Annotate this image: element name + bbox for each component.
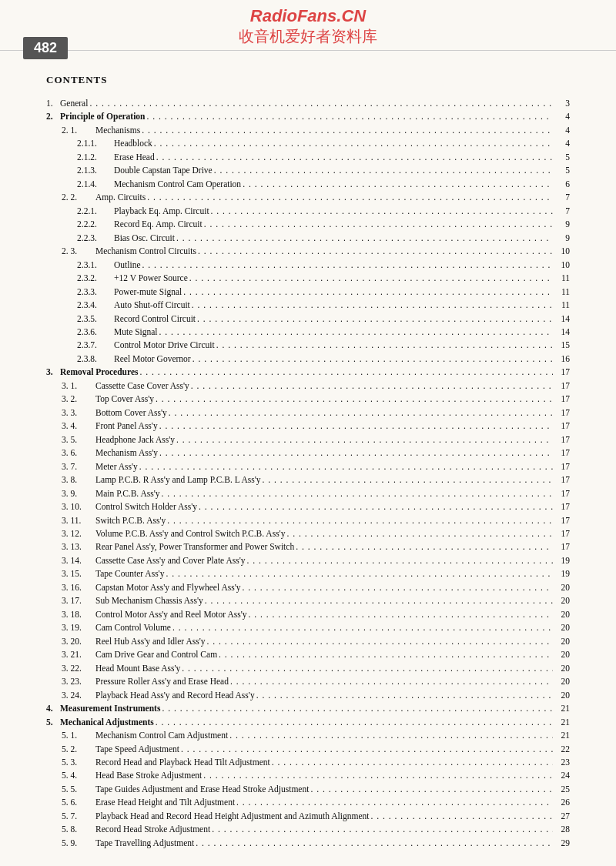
toc-page: 14 xyxy=(553,326,570,339)
toc-num: 3. 15. xyxy=(62,567,95,580)
toc-dots: . . . . . . . . . . . . . . . . . . . . … xyxy=(213,164,553,177)
toc-label: Capstan Motor Ass'y and Flywheel Ass'y xyxy=(95,581,240,594)
toc-dots: . . . . . . . . . . . . . . . . . . . . … xyxy=(189,380,553,393)
toc-dots: . . . . . . . . . . . . . . . . . . . . … xyxy=(88,97,553,110)
toc-entry: 2.3.1.Outline . . . . . . . . . . . . . … xyxy=(46,259,570,272)
toc-dots: . . . . . . . . . . . . . . . . . . . . … xyxy=(194,837,553,850)
toc-num: 3. 7. xyxy=(62,460,95,473)
toc-label: Volume P.C.B. Ass'y and Control Switch P… xyxy=(95,527,285,540)
toc-dots: . . . . . . . . . . . . . . . . . . . . … xyxy=(246,554,553,567)
toc-dots: . . . . . . . . . . . . . . . . . . . . … xyxy=(197,500,553,513)
toc-entry: 4.Measurement Instruments . . . . . . . … xyxy=(46,702,570,715)
toc-dots: . . . . . . . . . . . . . . . . . . . . … xyxy=(182,286,553,299)
toc-entry: 3. 15.Tape Counter Ass'y . . . . . . . .… xyxy=(46,567,570,580)
toc-num: 5. 4. xyxy=(62,769,95,782)
toc-entry: 3. 10.Control Switch Holder Ass'y . . . … xyxy=(46,500,570,513)
toc-dots: . . . . . . . . . . . . . . . . . . . . … xyxy=(210,823,553,836)
toc-page: 29 xyxy=(553,837,570,850)
toc-num: 3. 13. xyxy=(62,540,95,553)
toc-num: 3. 19. xyxy=(62,621,95,634)
toc-page: 17 xyxy=(553,406,570,420)
toc-dots: . . . . . . . . . . . . . . . . . . . . … xyxy=(152,137,553,150)
toc-page: 28 xyxy=(553,823,570,836)
toc-label: Mechanisms xyxy=(95,124,140,137)
toc-entry: 5.Mechanical Adjustments . . . . . . . .… xyxy=(46,716,570,729)
toc-label: Mechanism Control Cam Operation xyxy=(114,178,241,191)
toc-label: Power-mute Signal xyxy=(114,286,182,299)
toc-num: 3. 11. xyxy=(62,514,95,527)
toc-dots: . . . . . . . . . . . . . . . . . . . . … xyxy=(235,796,553,809)
toc-entry: 5. 1.Mechanism Control Cam Adjustment . … xyxy=(46,729,570,742)
toc-page: 11 xyxy=(553,272,570,285)
toc-entry: 3. 8.Lamp P.C.B. R Ass'y and Lamp P.C.B.… xyxy=(46,473,570,486)
toc-entry: 2.1.3.Double Capstan Tape Drive . . . . … xyxy=(46,164,570,177)
toc-page: 10 xyxy=(553,245,570,258)
toc-dots: . . . . . . . . . . . . . . . . . . . . … xyxy=(146,110,553,123)
toc-label: Tape Travelling Adjustment xyxy=(95,837,194,850)
toc-entry: 3. 19.Cam Control Volume . . . . . . . .… xyxy=(46,621,570,634)
toc-num: 2.2.3. xyxy=(77,232,114,245)
toc-page: 20 xyxy=(553,689,570,702)
toc-label: Pressure Roller Ass'y and Erase Head xyxy=(95,675,229,688)
toc-page: 20 xyxy=(553,635,570,648)
header: RadioFans.CN 收音机爱好者资料库 xyxy=(0,0,616,51)
toc-page: 20 xyxy=(553,662,570,675)
toc-dots: . . . . . . . . . . . . . . . . . . . . … xyxy=(160,487,553,500)
toc-num: 5. 6. xyxy=(62,796,95,809)
toc-page: 20 xyxy=(553,675,570,688)
toc-dots: . . . . . . . . . . . . . . . . . . . . … xyxy=(209,205,553,218)
toc-entry: 2.2.1.Playback Eq. Amp. Circuit . . . . … xyxy=(46,205,570,218)
toc-num: 3. 8. xyxy=(62,473,95,486)
toc-dots: . . . . . . . . . . . . . . . . . . . . … xyxy=(166,514,553,527)
toc-label: +12 V Power Source xyxy=(114,272,188,285)
toc-page: 4 xyxy=(553,124,570,137)
toc-entry: 3. 20.Reel Hub Ass'y and Idler Ass'y . .… xyxy=(46,635,570,648)
toc-dots: . . . . . . . . . . . . . . . . . . . . … xyxy=(167,406,553,420)
toc-page: 20 xyxy=(553,594,570,607)
toc-page: 10 xyxy=(553,259,570,272)
toc-num: 2.3.7. xyxy=(77,339,114,352)
toc-page: 4 xyxy=(553,137,570,150)
toc-page: 27 xyxy=(553,810,570,823)
toc-num: 3. 4. xyxy=(62,420,95,433)
toc-num: 2.1.1. xyxy=(77,137,114,150)
toc-page: 21 xyxy=(553,716,570,729)
toc-label: Cassette Case Cover Ass'y xyxy=(95,380,189,393)
toc-label: Principle of Operation xyxy=(60,110,146,123)
toc-dots: . . . . . . . . . . . . . . . . . . . . … xyxy=(285,527,553,540)
toc-dots: . . . . . . . . . . . . . . . . . . . . … xyxy=(217,648,553,661)
toc-num: 5. 2. xyxy=(62,743,95,756)
toc-dots: . . . . . . . . . . . . . . . . . . . . … xyxy=(196,245,553,258)
toc-entry: 5. 8.Record Head Stroke Adjustment . . .… xyxy=(46,823,570,836)
toc-num: 3. 16. xyxy=(62,581,95,594)
toc-label: Erase Head Height and Tilt Adjustment xyxy=(95,796,235,809)
toc-label: Cam Drive Gear and Control Cam xyxy=(95,648,217,661)
toc-entry: 3. 14.Cassette Case Ass'y and Cover Plat… xyxy=(46,554,570,567)
toc-page: 7 xyxy=(553,191,570,204)
toc-dots: . . . . . . . . . . . . . . . . . . . . … xyxy=(294,540,553,553)
toc-page: 5 xyxy=(553,164,570,177)
toc-num: 3. 9. xyxy=(62,487,95,500)
toc-dots: . . . . . . . . . . . . . . . . . . . . … xyxy=(261,473,553,486)
toc-label: Mechanism Ass'y xyxy=(95,446,158,460)
toc-dots: . . . . . . . . . . . . . . . . . . . . … xyxy=(140,124,553,137)
toc-entry: 3. 1.Cassette Case Cover Ass'y . . . . .… xyxy=(46,380,570,393)
toc-entry: 3. 12.Volume P.C.B. Ass'y and Control Sw… xyxy=(46,527,570,540)
toc-page: 9 xyxy=(553,232,570,245)
toc-dots: . . . . . . . . . . . . . . . . . . . . … xyxy=(175,433,553,446)
toc-page: 9 xyxy=(553,218,570,231)
toc-label: Measurement Instruments xyxy=(60,702,160,715)
toc-entry: 3. 22.Head Mount Base Ass'y . . . . . . … xyxy=(46,662,570,675)
toc-entry: 3. 5.Headphone Jack Ass'y . . . . . . . … xyxy=(46,433,570,446)
toc-label: Head Base Stroke Adjustment xyxy=(95,769,202,782)
toc-page: 19 xyxy=(553,554,570,567)
toc-num: 5. xyxy=(46,716,60,729)
toc-dots: . . . . . . . . . . . . . . . . . . . . … xyxy=(164,567,553,580)
toc-dots: . . . . . . . . . . . . . . . . . . . . … xyxy=(202,769,553,782)
toc-dots: . . . . . . . . . . . . . . . . . . . . … xyxy=(190,299,553,312)
toc-label: Head Mount Base Ass'y xyxy=(95,662,180,675)
toc-dots: . . . . . . . . . . . . . . . . . . . . … xyxy=(196,313,553,326)
toc-page: 17 xyxy=(553,527,570,540)
toc-page: 17 xyxy=(553,393,570,406)
toc-dots: . . . . . . . . . . . . . . . . . . . . … xyxy=(203,218,553,231)
